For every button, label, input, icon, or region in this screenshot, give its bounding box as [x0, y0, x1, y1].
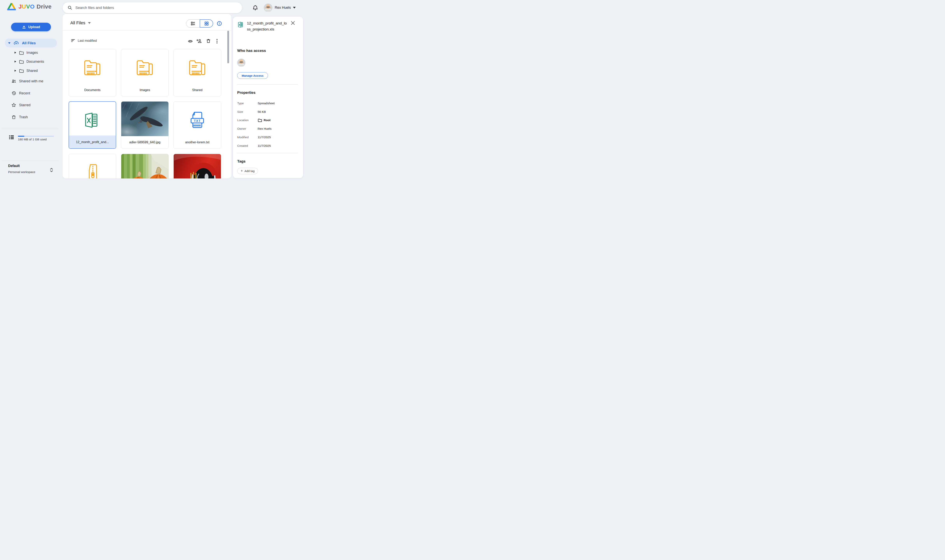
more-options-kebab-icon[interactable] — [216, 38, 218, 44]
sidebar-divider — [2, 129, 59, 129]
sidebar-item-label: Recent — [19, 91, 30, 95]
manage-access-label: Manage Access — [242, 74, 264, 77]
add-person-icon[interactable] — [196, 38, 202, 44]
list-view-button[interactable] — [186, 19, 200, 28]
property-row-modified: Modified 11/7/2025 — [237, 135, 298, 140]
property-value: Spreadsheet — [257, 102, 275, 105]
property-value: Rex Huels — [257, 127, 271, 131]
text-card-icon-area: TXT — [174, 108, 221, 132]
folder-card-icon-area — [174, 55, 221, 80]
expand-chevron-right-icon[interactable] — [15, 70, 16, 72]
grid-view-button-active[interactable] — [200, 19, 213, 28]
property-label: Owner — [237, 127, 257, 131]
logo-letter-u: U — [22, 3, 26, 10]
details-divider — [237, 84, 298, 85]
file-card-adler-jpg[interactable]: adler-589599_640.jpg — [121, 102, 169, 149]
property-value-location[interactable]: Root — [257, 118, 270, 122]
logo-letter-j: J — [18, 3, 22, 10]
expand-chevron-right-icon[interactable] — [15, 61, 16, 63]
excel-file-icon — [83, 111, 102, 129]
sort-control[interactable]: Last modified — [71, 38, 97, 43]
image-thumbnail-pumpkins — [121, 154, 168, 178]
tags-title: Tags — [237, 159, 245, 163]
sidebar-item-all-files[interactable]: All Files — [5, 38, 57, 48]
property-row-size: Size 56 KB — [237, 109, 298, 114]
folder-icon — [136, 59, 154, 76]
file-card-name: adler-589599_640.jpg — [123, 136, 167, 149]
sort-label: Last modified — [78, 39, 97, 43]
file-card-documents-folder[interactable]: Documents — [69, 49, 116, 97]
view-mode-toggle — [186, 19, 213, 28]
sidebar-item-shared[interactable]: Shared — [0, 66, 60, 75]
file-card-pumpkins-image[interactable] — [121, 154, 169, 178]
grid-view-icon — [204, 21, 209, 26]
txt-icon-label: TXT — [194, 119, 200, 123]
logo-letter-o: O — [30, 3, 35, 10]
properties-title: Properties — [237, 91, 256, 95]
property-label: Type — [237, 102, 257, 105]
file-card-archive[interactable] — [69, 154, 116, 178]
info-icon[interactable] — [217, 21, 222, 26]
logo-suffix: Drive — [37, 3, 51, 10]
archive-card-icon-area — [69, 160, 116, 178]
sidebar-item-images[interactable]: Images — [0, 48, 60, 57]
property-label: Modified — [237, 135, 257, 139]
expand-chevron-right-icon[interactable] — [15, 52, 16, 54]
storage-icon — [9, 134, 14, 140]
folder-icon — [19, 68, 24, 73]
file-card-shared-folder[interactable]: Shared — [174, 49, 221, 97]
property-value: 56 KB — [257, 110, 266, 114]
location-value: Root — [264, 118, 270, 122]
manage-access-button[interactable]: Manage Access — [237, 72, 268, 79]
workspace-subtitle: Personal workspace — [8, 170, 35, 174]
access-user-avatar[interactable] — [237, 58, 245, 67]
search-bar[interactable] — [63, 2, 242, 13]
file-card-images-folder[interactable]: Images — [121, 49, 169, 97]
user-name-label[interactable]: Rex Huels — [275, 6, 291, 10]
user-avatar[interactable] — [264, 3, 272, 12]
folder-icon — [19, 59, 24, 64]
add-tag-button[interactable]: + Add tag — [237, 168, 258, 174]
property-row-type: Type Spreadsheet — [237, 101, 298, 106]
details-divider — [237, 153, 298, 153]
sidebar-item-starred[interactable]: Starred — [0, 101, 60, 109]
vertical-scrollbar-thumb[interactable] — [227, 31, 229, 63]
file-card-car-image[interactable] — [174, 154, 221, 178]
file-card-name: Shared — [175, 83, 219, 96]
drive-triangle-logo-icon — [7, 3, 16, 11]
delete-trash-icon[interactable] — [206, 38, 211, 43]
view-title-dropdown[interactable]: All Files — [70, 20, 91, 25]
close-icon[interactable] — [290, 21, 295, 25]
chevron-up-icon — [50, 168, 53, 170]
folder-card-icon-area — [69, 55, 116, 80]
notifications-bell-icon[interactable] — [252, 5, 258, 11]
sidebar-item-shared-with-me[interactable]: Shared with me — [0, 77, 60, 86]
file-card-name: Documents — [70, 83, 114, 96]
sidebar-item-label: Images — [26, 51, 38, 55]
file-card-name: Images — [123, 83, 167, 96]
sidebar-item-recent[interactable]: Recent — [0, 89, 60, 98]
file-card-txt[interactable]: TXT another-lorem.txt — [174, 102, 221, 149]
upload-button[interactable]: Upload — [11, 23, 51, 31]
property-row-location: Location Root — [237, 118, 298, 123]
sidebar-item-documents[interactable]: Documents — [0, 57, 60, 66]
sidebar-item-trash[interactable]: Trash — [0, 112, 60, 122]
spreadsheet-card-icon-area — [69, 108, 116, 133]
preview-eye-icon[interactable] — [188, 38, 193, 44]
file-card-spreadsheet-selected[interactable]: 12_month_profit_and... — [69, 102, 116, 149]
cloud-upload-icon — [13, 40, 19, 46]
search-icon — [68, 5, 72, 10]
plus-icon: + — [241, 169, 243, 173]
user-avatar-photo — [264, 3, 272, 12]
app-title: J U V O Drive — [18, 3, 51, 10]
trash-icon — [11, 115, 16, 120]
workspace-switcher[interactable] — [49, 166, 54, 174]
classic-car-illustration — [174, 154, 221, 178]
all-files-expand-chevron-down-icon[interactable] — [8, 42, 11, 44]
user-menu-chevron-down-icon[interactable] — [293, 7, 296, 9]
file-card-name: 12_month_profit_and... — [69, 135, 116, 148]
add-tag-label: Add tag — [245, 169, 255, 172]
eagle-silhouette — [121, 102, 168, 136]
txt-file-icon: TXT — [188, 111, 207, 129]
search-input[interactable] — [76, 6, 237, 10]
